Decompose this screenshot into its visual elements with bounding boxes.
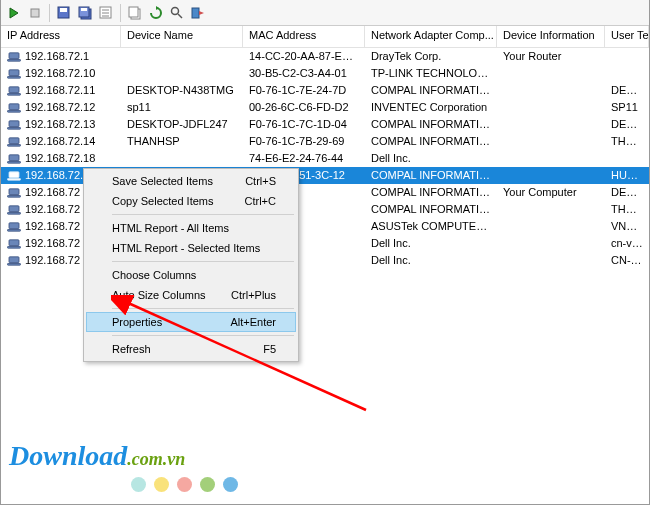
menu-separator: [112, 214, 294, 215]
watermark-dots: [131, 477, 238, 492]
table-row[interactable]: 192.168.72.14THANHSPF0-76-1C-7B-29-69COM…: [1, 133, 649, 150]
table-row[interactable]: 192.168.72.11DESKTOP-N438TMGF0-76-1C-7E-…: [1, 82, 649, 99]
table-row[interactable]: 192.168.72.1874-E6-E2-24-76-44Dell Inc.: [1, 150, 649, 167]
menu-item-properties[interactable]: PropertiesAlt+Enter: [86, 312, 296, 332]
cell-company: TP-LINK TECHNOLOGIE...: [365, 65, 497, 82]
dot: [223, 477, 238, 492]
svg-rect-16: [192, 8, 199, 18]
dot: [200, 477, 215, 492]
cell-company: Dell Inc.: [365, 252, 497, 269]
menu-item-html-report-all-items[interactable]: HTML Report - All Items: [86, 218, 296, 238]
save-multi-icon[interactable]: [76, 4, 94, 22]
column-header-company[interactable]: Network Adapter Comp...: [365, 26, 497, 48]
separator: [49, 4, 50, 22]
svg-rect-3: [60, 8, 67, 12]
svg-rect-26: [9, 120, 19, 126]
menu-label: Copy Selected Items: [112, 195, 214, 207]
svg-rect-40: [9, 239, 19, 245]
cell-ip: 192.168.72.14: [1, 133, 121, 150]
cell-company: COMPAL INFORMATIO...: [365, 133, 497, 150]
cell-mac: 00-26-6C-C6-FD-D2: [243, 99, 365, 116]
cell-user: VNDOC: [605, 218, 649, 235]
menu-item-choose-columns[interactable]: Choose Columns: [86, 265, 296, 285]
cell-user: cn-van: [605, 235, 649, 252]
menu-separator: [112, 261, 294, 262]
watermark-part2: .com.vn: [127, 449, 185, 469]
menu-item-refresh[interactable]: RefreshF5: [86, 339, 296, 359]
exit-icon[interactable]: [189, 4, 207, 22]
cell-company: DrayTek Corp.: [365, 48, 497, 65]
svg-rect-29: [7, 144, 20, 146]
cell-info: [497, 82, 605, 99]
stop-icon[interactable]: [26, 4, 44, 22]
cell-ip: 192.168.72.18: [1, 150, 121, 167]
copy-icon[interactable]: [126, 4, 144, 22]
table-row[interactable]: 192.168.72.13DESKTOP-JDFL247F0-76-1C-7C-…: [1, 116, 649, 133]
cell-user: THANHS: [605, 133, 649, 150]
svg-rect-25: [7, 110, 20, 112]
separator: [120, 4, 121, 22]
menu-item-auto-size-columns[interactable]: Auto Size ColumnsCtrl+Plus: [86, 285, 296, 305]
svg-rect-32: [9, 171, 19, 177]
cell-info: [497, 167, 605, 184]
column-header-name[interactable]: Device Name: [121, 26, 243, 48]
svg-rect-30: [9, 154, 19, 160]
table-row[interactable]: 192.168.72.12sp1100-26-6C-C6-FD-D2INVENT…: [1, 99, 649, 116]
column-header-user[interactable]: User Te: [605, 26, 649, 48]
refresh-icon[interactable]: [147, 4, 165, 22]
cell-ip: 192.168.72.11: [1, 82, 121, 99]
svg-rect-6: [81, 8, 87, 11]
find-icon[interactable]: [168, 4, 186, 22]
menu-shortcut: Ctrl+S: [245, 175, 276, 187]
props-icon[interactable]: [97, 4, 115, 22]
cell-info: [497, 218, 605, 235]
cell-info: [497, 201, 605, 218]
cell-name: [121, 150, 243, 167]
svg-rect-22: [9, 86, 19, 92]
save-icon[interactable]: [55, 4, 73, 22]
table-row[interactable]: 192.168.72.114-CC-20-AA-87-E9-04DrayTek …: [1, 48, 649, 65]
menu-shortcut: Ctrl+Plus: [231, 289, 276, 301]
menu-item-html-report-selected-items[interactable]: HTML Report - Selected Items: [86, 238, 296, 258]
menu-shortcut: Alt+Enter: [230, 316, 276, 328]
cell-company: COMPAL INFORMATIO...: [365, 82, 497, 99]
cell-name: THANHSP: [121, 133, 243, 150]
svg-rect-39: [7, 229, 20, 231]
menu-separator: [112, 308, 294, 309]
svg-line-15: [178, 14, 182, 18]
cell-mac: 74-E6-E2-24-76-44: [243, 150, 365, 167]
cell-user: DESKTO: [605, 116, 649, 133]
cell-info: [497, 235, 605, 252]
cell-info: [497, 65, 605, 82]
column-header-info[interactable]: Device Information: [497, 26, 605, 48]
column-header-mac[interactable]: MAC Address: [243, 26, 365, 48]
cell-mac: F0-76-1C-7C-1D-04: [243, 116, 365, 133]
svg-point-14: [172, 7, 179, 14]
menu-separator: [112, 335, 294, 336]
menu-label: HTML Report - Selected Items: [112, 242, 260, 254]
dot: [154, 477, 169, 492]
menu-item-save-selected-items[interactable]: Save Selected ItemsCtrl+S: [86, 171, 296, 191]
cell-user: [605, 48, 649, 65]
cell-ip: 192.168.72.10: [1, 65, 121, 82]
table-row[interactable]: 192.168.72.1030-B5-C2-C3-A4-01TP-LINK TE…: [1, 65, 649, 82]
toolbar: [1, 0, 649, 26]
svg-rect-23: [7, 93, 20, 95]
svg-rect-1: [31, 9, 39, 17]
play-icon[interactable]: [5, 4, 23, 22]
cell-info: [497, 150, 605, 167]
svg-rect-12: [129, 7, 138, 17]
cell-info: Your Computer: [497, 184, 605, 201]
cell-company: COMPAL INFORMATIO...: [365, 116, 497, 133]
menu-label: Auto Size Columns: [112, 289, 206, 301]
cell-info: Your Router: [497, 48, 605, 65]
svg-rect-19: [7, 59, 20, 61]
column-header-ip[interactable]: IP Address: [1, 26, 121, 48]
svg-rect-42: [9, 256, 19, 262]
menu-item-copy-selected-items[interactable]: Copy Selected ItemsCtrl+C: [86, 191, 296, 211]
cell-company: Dell Inc.: [365, 150, 497, 167]
menu-label: Save Selected Items: [112, 175, 213, 187]
cell-name: DESKTOP-JDFL247: [121, 116, 243, 133]
cell-mac: 14-CC-20-AA-87-E9-04: [243, 48, 365, 65]
cell-info: [497, 252, 605, 269]
